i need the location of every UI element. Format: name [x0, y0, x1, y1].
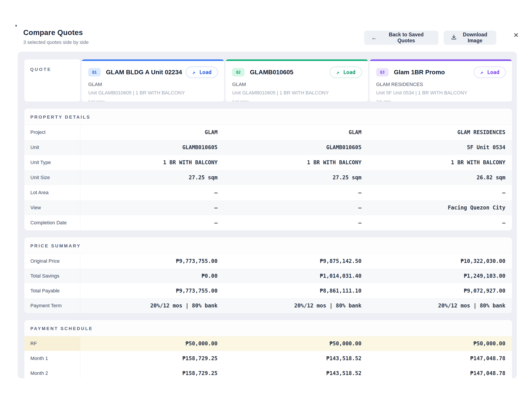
quote-timestamp-q3: 1m ago [376, 99, 506, 101]
compare-panel: QUOTE Q1 GLAM BLDG A Unit 02234 ↗ Load G… [18, 52, 517, 378]
load-quote-button-q3[interactable]: ↗ Load [474, 66, 506, 78]
quote-badge-q2: Q2 [232, 68, 245, 76]
table-row: Payment Term 20%/12 mos | 80% bank 20%/1… [24, 298, 512, 313]
row-label: Lot Area [24, 185, 80, 200]
cell-q2: 1 BR WITH BALCONY [224, 155, 368, 170]
cell-q1: 20%/12 mos | 80% bank [80, 298, 224, 313]
table-row: Unit Type 1 BR WITH BALCONY 1 BR WITH BA… [24, 155, 512, 170]
row-label: View [24, 200, 80, 215]
load-arrow-icon: ↗ [336, 69, 339, 75]
cell-q2: GLAMB010605 [224, 140, 368, 155]
quote-unit-q2: Unit GLAMB010605 | 1 BR WITH BALCONY [232, 90, 362, 96]
quote-unit-q1: Unit GLAMB010605 | 1 BR WITH BALCONY [88, 90, 218, 96]
payment-schedule-section: PAYMENT SCHEDULE RF ₱50,000.00 ₱50,000.0… [24, 320, 512, 378]
cell-q3: ₱10,322,030.00 [368, 253, 512, 268]
quote-project-q1: GLAM [88, 82, 218, 87]
row-label: Month 2 [24, 366, 80, 378]
table-row: Total Payable ₱9,773,755.00 ₱8,861,111.1… [24, 283, 512, 298]
quote-badge-q1: Q1 [88, 68, 101, 76]
row-label: Original Price [24, 253, 80, 268]
cell-q1: 1 BR WITH BALCONY [80, 155, 224, 170]
quote-card-q1: Q1 GLAM BLDG A Unit 02234 ↗ Load GLAM Un… [82, 59, 224, 101]
load-quote-button-q2[interactable]: ↗ Load [330, 66, 362, 78]
table-row: Unit Size 27.25 sqm 27.25 sqm 26.82 sqm [24, 170, 512, 185]
cell-q3: ₱9,072,927.00 [368, 283, 512, 298]
cell-q3: 5F Unit 0534 [368, 140, 512, 155]
price-summary-header: PRICE SUMMARY [24, 237, 512, 253]
load-button-label: Load [343, 69, 355, 75]
cell-q2: ₱8,861,111.10 [224, 283, 368, 298]
cell-q1: ₱158,729.25 [80, 351, 224, 366]
page-title: Compare Quotes [23, 28, 89, 37]
cell-q1: ₱158,729.25 [80, 366, 224, 378]
cell-q3: ₱1,249,103.00 [368, 268, 512, 283]
cell-q1: ₱0.00 [80, 268, 224, 283]
row-label: Payment Term [24, 298, 80, 313]
cell-q1: ₱9,773,755.00 [80, 283, 224, 298]
load-quote-button-q1[interactable]: ↗ Load [186, 66, 218, 78]
cell-q3: 1 BR WITH BALCONY [368, 155, 512, 170]
property-details-header: PROPERTY DETAILS [24, 109, 512, 125]
property-details-section: PROPERTY DETAILS Project GLAM GLAM GLAM … [24, 109, 512, 230]
back-button-label: Back to Saved Quotes [381, 32, 431, 44]
download-image-button[interactable]: Download Image [444, 31, 496, 45]
cell-q1: – [80, 185, 224, 200]
cell-q2: ₱50,000.00 [224, 336, 368, 351]
cell-q2: ₱1,014,031.40 [224, 268, 368, 283]
row-label: Unit Type [24, 155, 80, 170]
payment-schedule-header: PAYMENT SCHEDULE [24, 320, 512, 336]
cell-q2: – [224, 215, 368, 230]
quote-column-header-card: QUOTE [24, 59, 80, 101]
quote-title-q3: Glam 1BR Promo [394, 69, 445, 76]
table-row: Completion Date – – – [24, 215, 512, 230]
cell-q3: ₱50,000.00 [368, 336, 512, 351]
load-button-label: Load [487, 69, 500, 75]
table-row: Unit GLAMB010605 GLAMB010605 5F Unit 053… [24, 140, 512, 155]
row-label: Unit [24, 140, 80, 155]
cell-q1: – [80, 215, 224, 230]
cell-q2: – [224, 200, 368, 215]
row-label: Unit Size [24, 170, 80, 185]
cell-q2: ₱143,518.52 [224, 351, 368, 366]
page-subtitle: 3 selected quotes side by side [23, 39, 89, 45]
price-summary-section: PRICE SUMMARY Original Price ₱9,773,755.… [24, 237, 512, 313]
cell-q2: ₱143,518.52 [224, 366, 368, 378]
close-icon[interactable]: ✕ [511, 30, 521, 40]
cell-q2: 20%/12 mos | 80% bank [224, 298, 368, 313]
cell-q2: – [224, 185, 368, 200]
quote-header-row: QUOTE Q1 GLAM BLDG A Unit 02234 ↗ Load G… [24, 59, 512, 101]
cell-q1: GLAMB010605 [80, 140, 224, 155]
row-label: Total Savings [24, 268, 80, 283]
cell-q3: 26.82 sqm [368, 170, 512, 185]
row-label: RF [24, 336, 80, 351]
cell-q3: Facing Quezon City [368, 200, 512, 215]
table-row: Lot Area – – – [24, 185, 512, 200]
table-row: View – – Facing Quezon City [24, 200, 512, 215]
quote-card-q2: Q2 GLAMB010605 ↗ Load GLAM Unit GLAMB010… [225, 59, 368, 101]
quote-title-q2: GLAMB010605 [250, 69, 293, 76]
page-header: Compare Quotes 3 selected quotes side by… [23, 28, 89, 45]
cell-q1: – [80, 200, 224, 215]
row-label: Project [24, 125, 80, 140]
cell-q1: ₱9,773,755.00 [80, 253, 224, 268]
cell-q2: 27.25 sqm [224, 170, 368, 185]
cell-q1: 27.25 sqm [80, 170, 224, 185]
table-row: Original Price ₱9,773,755.00 ₱9,875,142.… [24, 253, 512, 268]
back-to-saved-quotes-button[interactable]: ← Back to Saved Quotes [364, 31, 438, 45]
cell-q1: GLAM [80, 125, 224, 140]
row-label: Month 1 [24, 351, 80, 366]
cell-q3: – [368, 215, 512, 230]
quote-timestamp-q2: just now [232, 99, 362, 101]
load-arrow-icon: ↗ [192, 69, 195, 75]
back-arrow-icon: ← [371, 34, 377, 41]
download-icon [451, 34, 457, 41]
quote-timestamp-q1: just now [88, 99, 218, 101]
cell-q3: GLAM RESIDENCES [368, 125, 512, 140]
cell-q3: – [368, 185, 512, 200]
quote-project-q2: GLAM [232, 82, 362, 87]
cell-q2: GLAM [224, 125, 368, 140]
quote-column-header: QUOTE [30, 67, 80, 72]
quote-card-q3: Q3 Glam 1BR Promo ↗ Load GLAM RESIDENCES… [369, 59, 512, 101]
load-button-label: Load [199, 69, 211, 75]
table-row: Month 2 ₱158,729.25 ₱143,518.52 ₱147,048… [24, 366, 512, 378]
